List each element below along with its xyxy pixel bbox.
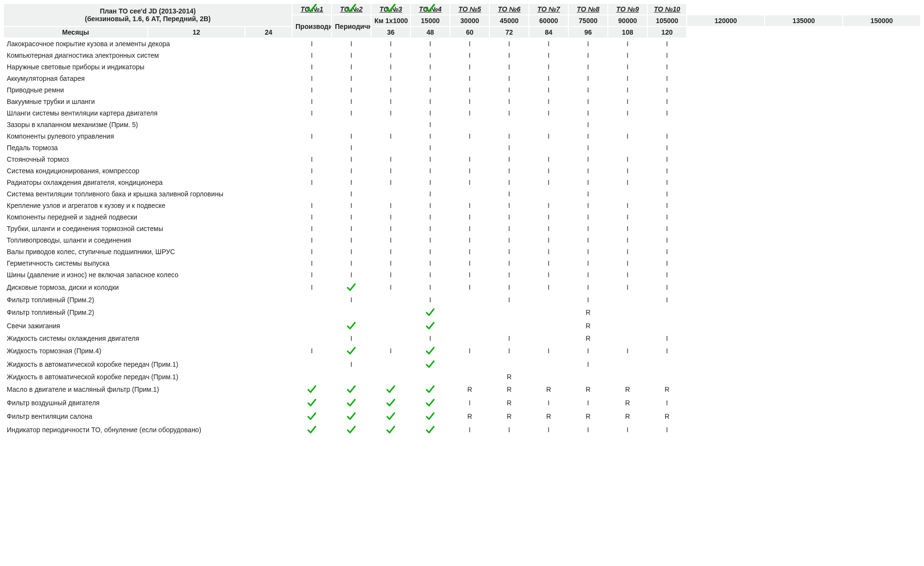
schedule-cell: I [569, 281, 607, 294]
work-name: Фильтр топливный (Прим.2) [4, 295, 292, 305]
schedule-cell: I [450, 223, 489, 234]
schedule-cell: R [648, 410, 686, 423]
schedule-cell: I [411, 235, 449, 245]
schedule-cell [293, 295, 331, 305]
work-name: Фильтр воздушный двигателя [4, 397, 292, 409]
schedule-cell [450, 372, 489, 382]
schedule-cell [490, 320, 528, 332]
schedule-cell: I [293, 235, 331, 245]
schedule-cell: R [569, 306, 607, 319]
schedule-cell: I [332, 189, 371, 199]
work-name: Компьютерная диагностика электронных сис… [4, 50, 292, 61]
months-value: 48 [411, 27, 449, 38]
schedule-cell [450, 306, 489, 319]
work-name: Лакокрасочное покрытие кузова и элементы… [4, 39, 292, 49]
schedule-cell: I [332, 177, 371, 188]
km-value: 15000 [411, 15, 449, 26]
table-row: Фильтр топливный (Прим.2)IIIII [4, 295, 920, 305]
schedule-cell: I [450, 166, 489, 176]
schedule-cell: I [569, 397, 607, 409]
schedule-cell [529, 333, 568, 344]
schedule-cell: I [490, 131, 528, 142]
schedule-cell: I [372, 166, 410, 176]
to-column-label: ТО №1 [301, 5, 323, 13]
schedule-cell: I [490, 96, 528, 107]
schedule-cell: I [648, 258, 686, 269]
months-value: 108 [608, 27, 647, 38]
schedule-cell: I [332, 223, 371, 234]
schedule-cell [608, 142, 647, 153]
schedule-cell: I [450, 154, 489, 165]
table-body: Лакокрасочное покрытие кузова и элементы… [4, 39, 920, 436]
schedule-cell: I [648, 397, 686, 409]
check-icon [307, 425, 317, 433]
work-name: Фильтр вентиляции салона [4, 410, 292, 423]
schedule-cell: I [372, 258, 410, 269]
schedule-cell: I [490, 345, 528, 357]
schedule-cell: I [648, 177, 686, 188]
schedule-cell [293, 424, 331, 436]
schedule-cell: I [569, 223, 607, 234]
schedule-cell: I [569, 108, 607, 118]
schedule-cell [372, 358, 410, 371]
km-value: 150000 [843, 15, 920, 26]
work-name: Герметичность системы выпуска [4, 258, 292, 269]
schedule-cell: I [648, 189, 686, 199]
table-row: Зазоры в клапанном механизме (Прим. 5)II [4, 119, 920, 130]
schedule-cell [332, 320, 371, 332]
km-value: 45000 [490, 15, 528, 26]
schedule-cell: I [450, 131, 489, 142]
schedule-cell [332, 397, 371, 409]
schedule-cell: I [569, 96, 607, 107]
schedule-cell [529, 295, 568, 305]
work-name: Аккумуляторная батарея [4, 73, 292, 84]
header-km-label: Км 1х1000 [372, 15, 410, 26]
schedule-cell [293, 397, 331, 409]
schedule-cell: I [608, 223, 647, 234]
schedule-cell: I [372, 62, 410, 72]
work-name: Индикатор периодичности ТО, обнуление (е… [4, 424, 292, 436]
schedule-cell: I [569, 424, 607, 436]
schedule-cell: I [529, 62, 568, 72]
schedule-cell: I [293, 281, 331, 294]
schedule-cell: I [529, 39, 568, 49]
schedule-cell: I [332, 295, 371, 305]
schedule-cell: I [648, 281, 686, 294]
schedule-cell: I [450, 96, 489, 107]
schedule-cell: I [648, 345, 686, 357]
schedule-cell [293, 189, 331, 199]
plan-title-line2: (бензиновый, 1.6, 6 АТ, Передний, 2В) [7, 15, 289, 23]
schedule-cell: I [332, 154, 371, 165]
schedule-cell: I [608, 166, 647, 176]
schedule-cell: I [372, 345, 410, 357]
to-column-label: ТО №2 [340, 5, 363, 13]
schedule-cell [372, 189, 410, 199]
table-row: Шины (давление и износ) не включая запас… [4, 270, 920, 280]
schedule-cell [293, 306, 331, 319]
schedule-cell: I [293, 223, 331, 234]
schedule-cell: I [490, 166, 528, 176]
schedule-cell: I [490, 154, 528, 165]
schedule-cell [450, 142, 489, 153]
schedule-cell: I [332, 358, 371, 371]
schedule-cell: I [608, 85, 647, 95]
schedule-cell: I [332, 246, 371, 257]
schedule-cell [332, 119, 371, 130]
schedule-cell: I [411, 154, 449, 165]
schedule-cell: I [648, 333, 686, 344]
check-icon [346, 322, 356, 329]
check-icon [425, 347, 435, 354]
schedule-cell: I [569, 119, 607, 130]
schedule-cell [411, 383, 449, 396]
to-column-header-9: ТО №9 [608, 4, 647, 14]
schedule-cell [648, 372, 686, 382]
schedule-cell [411, 320, 449, 332]
schedule-cell [372, 119, 410, 130]
schedule-cell: I [648, 223, 686, 234]
schedule-cell: I [608, 62, 647, 72]
to-column-header-4: ТО №4 [411, 4, 449, 14]
schedule-cell: I [450, 235, 489, 245]
schedule-cell: I [529, 131, 568, 142]
schedule-cell: I [411, 85, 449, 95]
schedule-cell: I [608, 177, 647, 188]
